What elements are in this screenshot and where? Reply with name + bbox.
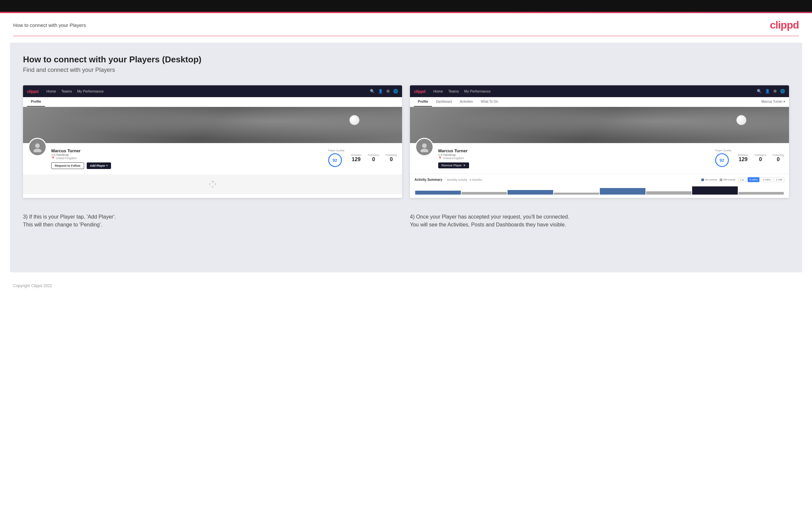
chart-bar-1	[415, 191, 461, 194]
location-icon-1: 📍	[51, 157, 55, 160]
stat-followers-2: Followers 0	[755, 154, 766, 162]
period-1yr[interactable]: 1 yr	[738, 177, 746, 182]
on-course-dot	[701, 178, 704, 181]
mock-logo-1: clippd	[27, 89, 39, 94]
mock-navbar-1: clippd Home Teams My Performance 🔍 👤 ⚙ 🌐	[23, 85, 402, 97]
chart-bar-6	[646, 191, 692, 194]
add-player-button[interactable]: Add Player +	[87, 162, 111, 169]
description-block-3: 3) If this is your Player tap, 'Add Play…	[23, 208, 402, 229]
top-bar	[0, 0, 812, 13]
search-icon-1[interactable]: 🔍	[370, 89, 375, 94]
mock-logo-2: clippd	[414, 89, 425, 94]
step3-text: 3) If this is your Player tap, 'Add Play…	[23, 213, 402, 229]
stat-following-2: Following 0	[773, 154, 784, 162]
mock-nav-teams-2[interactable]: Teams	[448, 89, 459, 93]
player-quality-2: Player Quality 92	[715, 149, 731, 167]
player-stats-2: Player Quality 92 Activities 129 Followe…	[715, 147, 784, 167]
svg-point-3	[420, 149, 428, 152]
breadcrumb: How to connect with your Players	[13, 22, 86, 28]
player-name-2: Marcus Turner	[438, 148, 711, 153]
player-location-1: 📍 United Kingdom	[51, 157, 323, 160]
description-block-4: 4) Once your Player has accepted your re…	[410, 208, 789, 229]
globe-icon-1[interactable]: 🌐	[393, 89, 398, 94]
clippd-logo: clippd	[770, 19, 799, 31]
mock-profile-area-1: Marcus Turner 1-5 Handicap 📍 United King…	[23, 143, 402, 174]
settings-icon-2[interactable]: ⚙	[773, 89, 777, 94]
period-buttons: 1 yr 6 mths 3 mths 1 mth	[738, 177, 784, 182]
chart-bar-5	[600, 188, 646, 194]
tab-dashboard-2[interactable]: Dashboard	[432, 97, 456, 107]
user-icon-1[interactable]: 👤	[378, 89, 383, 94]
banner-overlay-2	[410, 107, 789, 143]
activity-title: Activity Summary	[414, 178, 442, 181]
chart-bar-3	[507, 190, 553, 194]
player-buttons-1: Request to Follow Add Player +	[51, 162, 323, 169]
screenshot-2: clippd Home Teams My Performance 🔍 👤 ⚙ 🌐…	[410, 85, 789, 198]
remove-player-button[interactable]: Remove Player ✕	[438, 162, 469, 168]
mock-banner-2	[410, 107, 789, 143]
stat-following-1: Following 0	[386, 154, 397, 162]
quality-circle-1: 92	[328, 153, 342, 167]
step4-text: 4) Once your Player has accepted your re…	[410, 213, 789, 229]
mock-banner-1	[23, 107, 402, 143]
mock-nav-home-1[interactable]: Home	[46, 89, 56, 93]
mock-tabs-1: Profile	[23, 97, 402, 107]
globe-icon-2[interactable]: 🌐	[780, 89, 785, 94]
period-6mths[interactable]: 6 mths	[748, 177, 759, 182]
quality-circle-2: 92	[715, 153, 729, 167]
user-icon-2[interactable]: 👤	[765, 89, 770, 94]
player-handicap-1: 1-5 Handicap	[51, 153, 323, 157]
settings-icon-1[interactable]: ⚙	[386, 89, 390, 94]
period-1mth[interactable]: 1 mth	[774, 177, 784, 182]
request-follow-button[interactable]: Request to Follow	[51, 162, 84, 169]
screenshot-1: clippd Home Teams My Performance 🔍 👤 ⚙ 🌐…	[23, 85, 402, 198]
player-avatar-1	[28, 138, 47, 156]
player-location-2: 📍 United Kingdom	[438, 157, 711, 160]
screenshots-row: clippd Home Teams My Performance 🔍 👤 ⚙ 🌐…	[23, 85, 789, 198]
player-handicap-2: 1-5 Handicap	[438, 153, 711, 157]
period-3mths[interactable]: 3 mths	[761, 177, 773, 182]
legend-off-course: Off course	[720, 178, 735, 181]
stat-followers-1: Followers 0	[368, 154, 379, 162]
mock-nav-performance-1[interactable]: My Performance	[77, 89, 104, 93]
mock-nav-icons-2: 🔍 👤 ⚙ 🌐	[757, 89, 785, 94]
mock-profile-area-2: Marcus Turner 1-5 Handicap 📍 United King…	[410, 143, 789, 174]
close-icon: ✕	[463, 164, 466, 167]
tab-profile-2[interactable]: Profile	[414, 97, 432, 107]
chart-bar-4	[554, 192, 600, 194]
player-stats-1: Player Quality 92 Activities 129 Followe…	[328, 147, 397, 167]
chart-bar-8	[739, 192, 784, 194]
player-info-1: Marcus Turner 1-5 Handicap 📍 United King…	[51, 147, 323, 169]
content-subtitle: Find and connect with your Players	[23, 67, 789, 73]
tab-activities-2[interactable]: Activities	[456, 97, 476, 107]
off-course-dot	[720, 178, 722, 181]
header-divider	[13, 36, 799, 36]
copyright-text: Copyright Clippd 2022	[13, 284, 52, 288]
banner-overlay-1	[23, 107, 402, 143]
mock-nav-performance-2[interactable]: My Performance	[464, 89, 491, 93]
player-dropdown-2[interactable]: Marcus Turner ▾	[761, 97, 785, 107]
svg-point-2	[422, 144, 427, 148]
content-title: How to connect with your Players (Deskto…	[23, 54, 789, 65]
tab-what-to-on-2[interactable]: What To On	[477, 97, 502, 107]
golf-ball-1	[350, 115, 359, 125]
player-info-2: Marcus Turner 1-5 Handicap 📍 United King…	[438, 147, 711, 168]
svg-point-1	[34, 149, 41, 152]
tab-profile-1[interactable]: Profile	[27, 97, 45, 107]
page-footer: Copyright Clippd 2022	[0, 279, 812, 293]
legend-on-course: On course	[701, 178, 717, 181]
page-header: How to connect with your Players clippd	[0, 13, 812, 36]
player-buttons-2: Remove Player ✕	[438, 162, 711, 168]
mock-drag-area-1	[23, 174, 402, 194]
search-icon-2[interactable]: 🔍	[757, 89, 762, 94]
chart-bar-7	[692, 186, 738, 194]
mock-nav-teams-1[interactable]: Teams	[61, 89, 72, 93]
mock-nav-home-2[interactable]: Home	[433, 89, 443, 93]
mock-navbar-2: clippd Home Teams My Performance 🔍 👤 ⚙ 🌐	[410, 85, 789, 97]
mock-nav-icons-1: 🔍 👤 ⚙ 🌐	[370, 89, 398, 94]
activity-chart	[414, 185, 784, 194]
activity-summary: Activity Summary Monthly Activity · 6 Mo…	[410, 174, 789, 198]
player-name-1: Marcus Turner	[51, 148, 323, 153]
svg-point-0	[35, 144, 40, 148]
chart-bar-2	[461, 192, 507, 194]
